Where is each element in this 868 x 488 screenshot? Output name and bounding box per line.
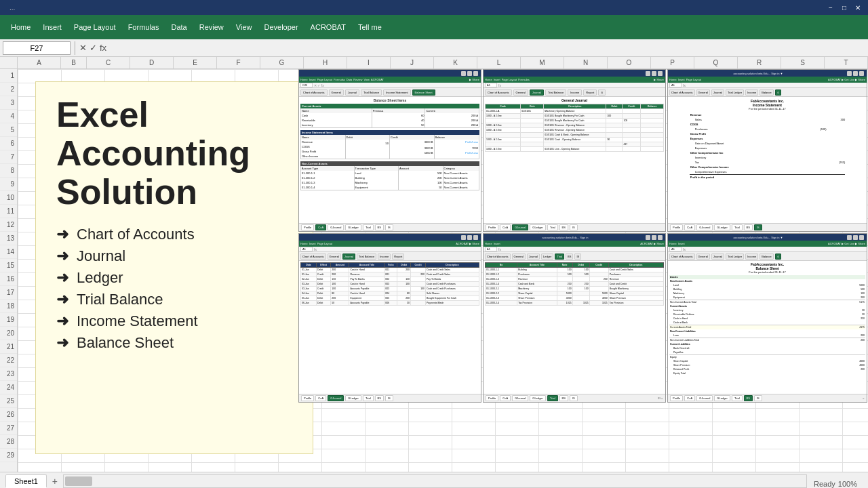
- row-num-7: 7: [0, 150, 17, 164]
- row-num-8: 8: [0, 164, 17, 178]
- col-header-r[interactable]: R: [738, 57, 781, 68]
- row-num-24: 24: [0, 381, 17, 394]
- minimize-button[interactable]: −: [826, 3, 835, 12]
- row-num-3: 3: [0, 96, 17, 110]
- screenshot-4: Home Insert Page Layout ACROBAT ▶ Share …: [298, 233, 481, 403]
- screenshot-1: Home Insert Page Layout Formulas Data Re…: [298, 69, 481, 232]
- col-header-j[interactable]: J: [391, 57, 434, 68]
- ribbon-tab-tellme[interactable]: Tell me: [353, 20, 387, 34]
- row-num-6: 6: [0, 137, 17, 150]
- col-header-m[interactable]: M: [521, 57, 564, 68]
- row-num-17: 17: [0, 286, 17, 300]
- screenshot-2: Home Insert Page Layout Formulas ▶ Share…: [483, 69, 666, 232]
- col-header-f[interactable]: F: [217, 57, 260, 68]
- cancel-icon[interactable]: ✕: [79, 43, 87, 53]
- col-header-q[interactable]: Q: [694, 57, 738, 68]
- col-header-p[interactable]: P: [651, 57, 694, 68]
- col-header-h[interactable]: H: [304, 57, 347, 68]
- function-icon[interactable]: fx: [100, 43, 106, 53]
- col-header-n[interactable]: N: [564, 57, 608, 68]
- formula-input[interactable]: [109, 41, 865, 55]
- maximize-button[interactable]: □: [840, 3, 849, 12]
- list-item-4: ➜ Trial Balance: [56, 291, 292, 308]
- row-num-1: 1: [0, 69, 17, 83]
- arrow-icon-4: ➜: [56, 291, 68, 308]
- list-item-3: ➜ Ledger: [56, 269, 292, 287]
- screenshot-3: accounting solution beta Edu... Sign in …: [667, 69, 867, 232]
- list-section: ➜ Chart of Accounts ➜ Journal ➜ Ledger: [36, 219, 313, 359]
- col-header-o[interactable]: O: [608, 57, 651, 68]
- ribbon-tab-view[interactable]: View: [231, 20, 258, 34]
- row-num-18: 18: [0, 300, 17, 313]
- sheet-tab-sheet1[interactable]: Sheet1: [5, 474, 47, 488]
- scroll-thumb[interactable]: [65, 476, 92, 486]
- title-bar: ... − □ ✕: [0, 0, 868, 15]
- column-header-row: A B C D E F G H I J K L M N O P Q R S T: [18, 57, 868, 69]
- arrow-icon-2: ➜: [56, 247, 68, 265]
- row-num-13: 13: [0, 232, 17, 245]
- row-num-12: 12: [0, 218, 17, 232]
- col-header-c[interactable]: C: [87, 57, 130, 68]
- col-header-e[interactable]: E: [174, 57, 217, 68]
- sheet-tabs-bar: Sheet1 + Ready 100%: [0, 472, 868, 488]
- row-num-4: 4: [0, 110, 17, 123]
- title-section: ExcelAccountingSolution: [36, 82, 313, 219]
- col-header-a[interactable]: A: [18, 57, 61, 68]
- row-num-21: 21: [0, 340, 17, 354]
- arrow-icon-3: ➜: [56, 269, 68, 287]
- row-num-26: 26: [0, 408, 17, 422]
- close-button[interactable]: ✕: [853, 3, 863, 12]
- list-label-1: Chart of Accounts: [77, 226, 195, 243]
- row-num-29: 29: [0, 449, 17, 462]
- row-number-column: 1 2 3 4 5 6 7 8 9 10 11 12 13 14 15 16 1…: [0, 57, 18, 472]
- row-num-5: 5: [0, 123, 17, 137]
- arrow-icon-1: ➜: [56, 226, 68, 243]
- ribbon-tab-data[interactable]: Data: [165, 20, 192, 34]
- ribbon-tab-formulas[interactable]: Formulas: [123, 20, 165, 34]
- horizontal-scrollbar[interactable]: [63, 474, 807, 488]
- row-num-2: 2: [0, 83, 17, 96]
- row-num-19: 19: [0, 313, 17, 327]
- col-header-d[interactable]: D: [130, 57, 174, 68]
- title-bar-dots: ...: [5, 4, 15, 12]
- row-num-9: 9: [0, 178, 17, 191]
- ribbon-tab-developer[interactable]: Developer: [258, 20, 303, 34]
- col-header-g[interactable]: G: [260, 57, 304, 68]
- row-num-22: 22: [0, 354, 17, 367]
- formula-separator: [75, 41, 75, 55]
- row-num-25: 25: [0, 394, 17, 408]
- arrow-icon-6: ➜: [56, 334, 68, 352]
- ribbon-tab-pagelayout[interactable]: Page Layout: [68, 20, 121, 34]
- col-header-k[interactable]: K: [434, 57, 477, 68]
- name-box[interactable]: F27: [3, 41, 71, 55]
- row-num-11: 11: [0, 205, 17, 218]
- row-num-15: 15: [0, 259, 17, 272]
- list-label-5: Income Statement: [77, 312, 198, 330]
- col-header-l[interactable]: L: [477, 57, 521, 68]
- arrow-icon-5: ➜: [56, 312, 68, 330]
- ribbon-tab-home[interactable]: Home: [5, 20, 36, 34]
- confirm-icon[interactable]: ✓: [90, 43, 97, 53]
- ribbon-tab-insert[interactable]: Insert: [37, 20, 67, 34]
- row-num-27: 27: [0, 422, 17, 435]
- status-bar-text: Ready: [814, 480, 835, 488]
- add-sheet-button[interactable]: +: [48, 474, 62, 488]
- ribbon-tab-acrobat[interactable]: ACROBAT: [305, 20, 351, 34]
- list-item-2: ➜ Journal: [56, 247, 292, 265]
- list-label-6: Balance Sheet: [77, 334, 174, 352]
- list-item-5: ➜ Income Statement: [56, 312, 292, 330]
- col-header-b[interactable]: B: [61, 57, 87, 68]
- list-label-2: Journal: [77, 247, 125, 265]
- ribbon: Home Insert Page Layout Formulas Data Re…: [0, 15, 868, 39]
- list-label-4: Trial Balance: [77, 291, 163, 308]
- main-title: ExcelAccountingSolution: [56, 96, 292, 212]
- col-header-t[interactable]: T: [825, 57, 868, 68]
- formula-bar: F27 ✕ ✓ fx: [0, 39, 868, 57]
- col-header-i[interactable]: I: [347, 57, 391, 68]
- list-label-3: Ledger: [77, 269, 123, 287]
- row-num-10: 10: [0, 191, 17, 205]
- col-header-s[interactable]: S: [781, 57, 825, 68]
- main-spreadsheet-area: 1 2 3 4 5 6 7 8 9 10 11 12 13 14 15 16 1…: [0, 57, 868, 472]
- list-item-6: ➜ Balance Sheet: [56, 334, 292, 352]
- ribbon-tab-review[interactable]: Review: [194, 20, 229, 34]
